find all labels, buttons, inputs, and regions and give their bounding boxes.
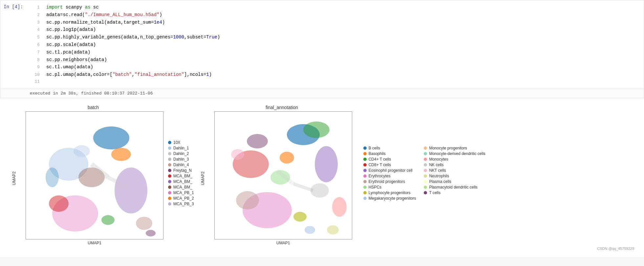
legend-label: Freytag_N bbox=[173, 168, 192, 173]
svg-point-8 bbox=[101, 215, 115, 225]
legend-item: CD4+ T cells bbox=[363, 157, 416, 162]
legend-dot bbox=[168, 141, 171, 144]
legend-item: Dahlin_2 bbox=[168, 151, 194, 156]
svg-point-26 bbox=[231, 149, 244, 160]
code-segment: True bbox=[206, 33, 217, 41]
final-legend-col2: Monocyte progenitorsMonocyte-derived den… bbox=[424, 146, 485, 201]
svg-point-6 bbox=[49, 195, 69, 212]
svg-point-13 bbox=[46, 167, 59, 187]
code-line: 7sc.tl.pca(adata) bbox=[30, 49, 644, 56]
legend-label: HSPCs bbox=[369, 185, 381, 189]
code-segment: sc.pl.umap(adata,color=[ bbox=[46, 71, 113, 78]
legend-item: Lymphocyte progenitors bbox=[363, 190, 416, 195]
final-y-label: UMAP2 bbox=[200, 171, 205, 185]
legend-dot bbox=[363, 197, 367, 200]
legend-item: Monocyte progenitors bbox=[424, 146, 485, 150]
legend-item: Monocyte-derived dendritic cells bbox=[424, 151, 485, 156]
line-number: 11 bbox=[30, 78, 40, 85]
svg-point-11 bbox=[146, 230, 156, 236]
legend-item: NK cells bbox=[424, 163, 485, 167]
code-segment: ) bbox=[159, 11, 162, 18]
watermark: CSDN @qq_45759229 bbox=[3, 245, 641, 251]
batch-y-label: UMAP2 bbox=[12, 171, 16, 185]
legend-label: 10X bbox=[173, 140, 180, 145]
legend-item: Freytag_N bbox=[168, 168, 194, 173]
svg-point-25 bbox=[247, 134, 268, 148]
legend-item: Dahlin_1 bbox=[168, 146, 194, 150]
code-segment: "./Immune_ALL_hum_mou.h5ad" bbox=[85, 11, 160, 18]
code-line: 5sc.pp.highly_variable_genes(adata,n_top… bbox=[30, 33, 644, 41]
code-block[interactable]: 1import scanpy as sc2adata=sc.read("./Im… bbox=[30, 0, 644, 89]
line-number: 7 bbox=[30, 49, 40, 56]
line-number: 10 bbox=[30, 72, 40, 78]
cell-output: executed in 2m 38s, finished 08:10:37 20… bbox=[0, 89, 644, 98]
legend-dot bbox=[424, 158, 427, 161]
legend-label: CD8+ T cells bbox=[369, 163, 391, 167]
code-cell: In [4]: 1import scanpy as sc2adata=sc.re… bbox=[0, 0, 644, 98]
legend-dot bbox=[363, 152, 367, 155]
final-legend-two-col: B cellsBasophilsCD4+ T cellsCD8+ T cells… bbox=[363, 146, 485, 201]
legend-dot bbox=[168, 174, 171, 178]
code-segment: sc bbox=[90, 4, 98, 11]
svg-point-27 bbox=[327, 225, 339, 234]
code-segment: 1e4 bbox=[154, 19, 162, 26]
legend-dot bbox=[424, 191, 427, 194]
svg-point-2 bbox=[111, 148, 131, 161]
svg-point-23 bbox=[311, 183, 329, 198]
code-segment: as bbox=[85, 4, 91, 11]
legend-label: Basophils bbox=[369, 151, 386, 156]
legend-label: Lymphocyte progenitors bbox=[369, 190, 411, 195]
final-umap-svg bbox=[215, 112, 352, 239]
final-legend: B cellsBasophilsCD4+ T cellsCD8+ T cells… bbox=[359, 143, 490, 204]
code-segment: ) bbox=[162, 19, 165, 26]
legend-label: MCA_BM_ bbox=[173, 179, 192, 184]
legend-item: Megakaryocyte progenitors bbox=[363, 196, 416, 201]
batch-umap-svg bbox=[26, 112, 163, 239]
final-plot-title: final_annotation bbox=[266, 105, 298, 110]
code-segment: ) bbox=[209, 71, 212, 78]
legend-dot bbox=[168, 197, 171, 200]
legend-label: Dahlin_2 bbox=[173, 151, 189, 156]
legend-item: Basophils bbox=[363, 151, 416, 156]
legend-dot bbox=[363, 180, 367, 183]
code-line: 8sc.pp.neighbors(adata) bbox=[30, 56, 644, 64]
legend-label: Neutrophils bbox=[429, 174, 449, 178]
legend-item: Dahlin_4 bbox=[168, 163, 194, 167]
legend-label: Eosinophil progenitor cell bbox=[369, 168, 413, 173]
legend-dot bbox=[363, 191, 367, 194]
legend-label: Dahlin_4 bbox=[173, 163, 189, 167]
code-line: 6sc.pp.scale(adata) bbox=[30, 41, 644, 49]
legend-dot bbox=[363, 158, 367, 161]
legend-item: MCA_PB_1 bbox=[168, 190, 194, 195]
legend-dot bbox=[424, 169, 427, 172]
legend-dot bbox=[168, 158, 171, 161]
line-number: 8 bbox=[30, 57, 40, 64]
legend-dot bbox=[424, 163, 427, 166]
line-number: 2 bbox=[30, 12, 40, 19]
batch-plot-title: batch bbox=[88, 105, 99, 110]
legend-label: Megakaryocyte progenitors bbox=[369, 196, 416, 201]
output-section: batch UMAP2 bbox=[0, 98, 644, 257]
legend-dot bbox=[424, 146, 427, 150]
legend-dot bbox=[168, 191, 171, 194]
line-number: 6 bbox=[30, 42, 40, 49]
line-number: 1 bbox=[30, 4, 40, 11]
legend-dot bbox=[168, 186, 171, 189]
batch-x-label: UMAP1 bbox=[26, 241, 163, 245]
legend-item: Neutrophils bbox=[424, 174, 485, 178]
code-segment: ],ncols= bbox=[184, 71, 206, 78]
svg-point-22 bbox=[236, 191, 259, 210]
legend-label: Plasmacytoid dendritic cells bbox=[429, 185, 477, 189]
legend-label: MCA_PB_2 bbox=[173, 196, 194, 201]
plots-row: batch UMAP2 bbox=[3, 101, 641, 245]
code-line: 9sc.tl.umap(adata) bbox=[30, 63, 644, 71]
svg-point-3 bbox=[115, 167, 147, 213]
legend-label: T cells bbox=[429, 190, 440, 195]
legend-dot bbox=[424, 186, 427, 189]
legend-dot bbox=[363, 186, 367, 189]
legend-item: MCA_PB_2 bbox=[168, 196, 194, 201]
legend-item: Plasma cells bbox=[424, 179, 485, 184]
legend-item: Erythrocytes bbox=[363, 174, 416, 178]
svg-point-19 bbox=[280, 152, 294, 164]
final-plot-box bbox=[214, 111, 352, 239]
